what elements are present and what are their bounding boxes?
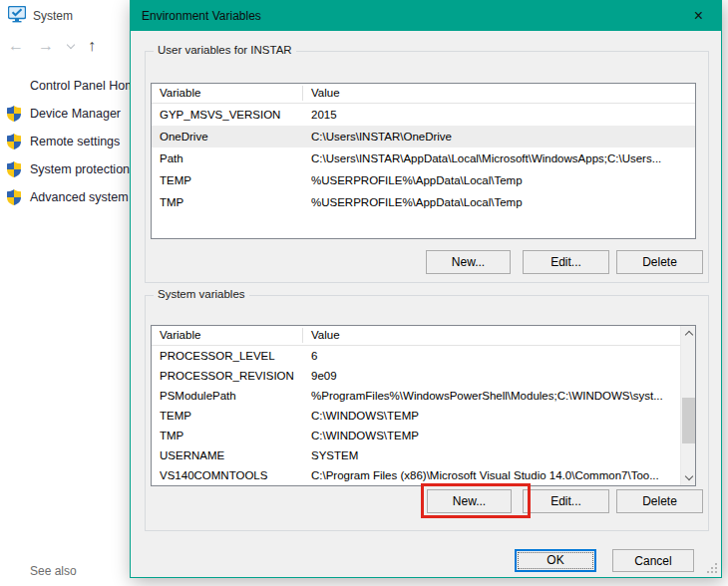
value-cell: %ProgramFiles%\WindowsPowerShell\Modules… bbox=[311, 386, 675, 406]
value-cell: C:\Users\INSTAR\AppData\Local\Microsoft\… bbox=[311, 147, 691, 169]
value-cell: C:\Program Files (x86)\Microsoft Visual … bbox=[311, 465, 675, 485]
variable-cell: TMP bbox=[160, 426, 299, 445]
variable-cell: Path bbox=[160, 147, 299, 169]
window-title: System bbox=[33, 9, 73, 23]
uac-shield-icon bbox=[7, 106, 21, 122]
value-cell: SYSTEM bbox=[311, 445, 675, 465]
list-header: Variable Value bbox=[152, 84, 695, 104]
sidebar-item-remote-settings[interactable]: Remote settings bbox=[7, 134, 120, 149]
user-delete-button[interactable]: Delete bbox=[616, 250, 703, 274]
value-cell: 6 bbox=[311, 346, 675, 366]
value-column-header[interactable]: Value bbox=[311, 329, 340, 341]
table-row[interactable]: PROCESSOR_LEVEL6 bbox=[152, 346, 679, 366]
table-row[interactable]: TEMPC:\WINDOWS\TEMP bbox=[152, 406, 679, 426]
sidebar-item-device-manager[interactable]: Device Manager bbox=[7, 106, 121, 122]
user-variables-group-label: User variables for INSTAR bbox=[154, 44, 296, 56]
list-header: Variable Value bbox=[152, 326, 695, 346]
up-arrow-icon[interactable]: ↑ bbox=[88, 36, 96, 56]
scroll-down-icon[interactable] bbox=[681, 470, 696, 485]
back-arrow-icon[interactable]: ← bbox=[8, 36, 24, 56]
variable-column-header[interactable]: Variable bbox=[160, 329, 200, 341]
value-cell: C:\WINDOWS\TEMP bbox=[311, 406, 675, 426]
variable-cell: TEMP bbox=[160, 169, 299, 191]
vertical-scrollbar[interactable] bbox=[680, 326, 695, 485]
column-divider[interactable] bbox=[302, 328, 303, 343]
table-row[interactable]: TEMP%USERPROFILE%\AppData\Local\Temp bbox=[152, 169, 695, 191]
user-edit-button[interactable]: Edit... bbox=[523, 250, 609, 274]
sidebar-item-label: Device Manager bbox=[30, 107, 121, 121]
dialog-titlebar[interactable]: Environment Variables bbox=[131, 1, 721, 31]
system-new-button[interactable]: New... bbox=[427, 489, 512, 513]
table-row[interactable]: VS140COMNTOOLSC:\Program Files (x86)\Mic… bbox=[152, 465, 679, 485]
value-cell: 9e09 bbox=[311, 366, 675, 386]
cancel-button[interactable]: Cancel bbox=[612, 549, 694, 572]
variable-cell: USERNAME bbox=[160, 445, 299, 465]
variable-column-header[interactable]: Variable bbox=[160, 87, 200, 99]
table-row[interactable]: PathC:\Users\INSTAR\AppData\Local\Micros… bbox=[152, 147, 695, 169]
variable-cell: OneDrive bbox=[160, 126, 299, 147]
sidebar-item-system-protection[interactable]: System protection bbox=[7, 161, 130, 177]
variable-cell: TEMP bbox=[160, 406, 299, 426]
dialog-title: Environment Variables bbox=[142, 9, 261, 23]
ok-button[interactable]: OK bbox=[515, 549, 596, 572]
user-variables-list[interactable]: Variable Value GYP_MSVS_VERSION2015OneDr… bbox=[151, 83, 696, 239]
sidebar-item-label: System protection bbox=[30, 162, 130, 176]
user-new-button[interactable]: New... bbox=[426, 250, 511, 274]
table-row[interactable]: GYP_MSVS_VERSION2015 bbox=[152, 104, 695, 126]
value-cell: C:\WINDOWS\TEMP bbox=[311, 426, 675, 445]
value-cell: %USERPROFILE%\AppData\Local\Temp bbox=[311, 191, 691, 213]
table-row[interactable]: USERNAMESYSTEM bbox=[152, 445, 679, 465]
close-icon[interactable]: × bbox=[676, 1, 721, 31]
table-row[interactable]: PROCESSOR_REVISION9e09 bbox=[152, 366, 679, 386]
control-panel-home-link[interactable]: Control Panel Home bbox=[30, 79, 143, 93]
value-column-header[interactable]: Value bbox=[311, 87, 340, 99]
chevron-down-icon[interactable] bbox=[67, 40, 75, 48]
uac-shield-icon bbox=[7, 134, 21, 149]
column-divider[interactable] bbox=[302, 86, 303, 101]
system-variables-list[interactable]: Variable Value PROCESSOR_LEVEL6PROCESSOR… bbox=[151, 325, 696, 486]
variable-cell: PSModulePath bbox=[160, 386, 299, 406]
value-cell: C:\Users\INSTAR\OneDrive bbox=[311, 126, 691, 147]
variable-cell: PROCESSOR_REVISION bbox=[160, 366, 299, 386]
variable-cell: TMP bbox=[160, 191, 299, 213]
system-edit-button[interactable]: Edit... bbox=[523, 489, 609, 513]
system-variables-rows: PROCESSOR_LEVEL6PROCESSOR_REVISION9e09PS… bbox=[152, 346, 679, 485]
variable-cell: GYP_MSVS_VERSION bbox=[160, 104, 299, 126]
environment-variables-dialog: Environment Variables × User variables f… bbox=[130, 0, 722, 578]
table-row[interactable]: TMP%USERPROFILE%\AppData\Local\Temp bbox=[152, 191, 695, 213]
sidebar-item-label: Remote settings bbox=[30, 135, 120, 148]
table-row[interactable]: TMPC:\WINDOWS\TEMP bbox=[152, 426, 679, 445]
variable-cell: VS140COMNTOOLS bbox=[160, 465, 299, 485]
resize-grip[interactable] bbox=[706, 562, 718, 574]
forward-arrow-icon[interactable]: → bbox=[38, 36, 54, 56]
system-variables-group-label: System variables bbox=[154, 288, 249, 300]
value-cell: %USERPROFILE%\AppData\Local\Temp bbox=[311, 169, 691, 191]
table-row[interactable]: PSModulePath%ProgramFiles%\WindowsPowerS… bbox=[152, 386, 679, 406]
uac-shield-icon bbox=[7, 161, 21, 177]
scrollbar-thumb[interactable] bbox=[682, 398, 695, 443]
value-cell: 2015 bbox=[311, 104, 691, 126]
see-also-label: See also bbox=[30, 564, 77, 578]
scroll-up-icon[interactable] bbox=[681, 326, 696, 341]
system-delete-button[interactable]: Delete bbox=[616, 489, 703, 513]
uac-shield-icon bbox=[7, 189, 21, 205]
table-row[interactable]: OneDriveC:\Users\INSTAR\OneDrive bbox=[152, 126, 695, 147]
user-variables-rows: GYP_MSVS_VERSION2015OneDriveC:\Users\INS… bbox=[152, 104, 695, 238]
variable-cell: PROCESSOR_LEVEL bbox=[160, 346, 299, 366]
system-monitor-icon bbox=[8, 6, 26, 26]
